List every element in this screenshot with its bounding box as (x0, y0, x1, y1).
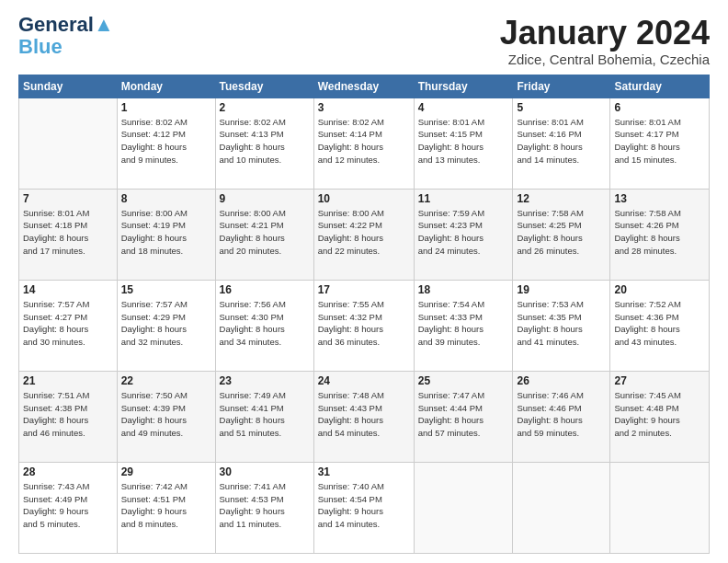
day-info: Sunrise: 7:51 AMSunset: 4:38 PMDaylight:… (23, 389, 113, 440)
day-cell-5-7 (610, 462, 710, 553)
day-info: Sunrise: 7:45 AMSunset: 4:48 PMDaylight:… (614, 389, 705, 440)
calendar-table: Sunday Monday Tuesday Wednesday Thursday… (18, 75, 710, 554)
logo-text: General▲ (18, 15, 114, 35)
header-tuesday: Tuesday (215, 75, 313, 98)
day-info: Sunrise: 7:48 AMSunset: 4:43 PMDaylight:… (318, 389, 410, 440)
day-cell-3-6: 19Sunrise: 7:53 AMSunset: 4:35 PMDayligh… (513, 280, 610, 371)
day-info: Sunrise: 7:43 AMSunset: 4:49 PMDaylight:… (23, 480, 113, 531)
month-title: January 2024 (500, 15, 710, 52)
day-cell-1-1 (19, 98, 118, 189)
day-number: 17 (318, 283, 410, 296)
day-cell-4-4: 24Sunrise: 7:48 AMSunset: 4:43 PMDayligh… (313, 371, 414, 462)
day-number: 8 (121, 192, 211, 205)
day-info: Sunrise: 7:57 AMSunset: 4:27 PMDaylight:… (23, 298, 113, 349)
day-info: Sunrise: 7:50 AMSunset: 4:39 PMDaylight:… (121, 389, 211, 440)
week-row-4: 21Sunrise: 7:51 AMSunset: 4:38 PMDayligh… (19, 371, 710, 462)
day-number: 23 (220, 374, 310, 387)
day-number: 28 (23, 465, 113, 478)
day-cell-4-6: 26Sunrise: 7:46 AMSunset: 4:46 PMDayligh… (513, 371, 610, 462)
day-number: 26 (517, 374, 606, 387)
day-cell-2-1: 7Sunrise: 8:01 AMSunset: 4:18 PMDaylight… (19, 189, 118, 280)
location: Zdice, Central Bohemia, Czechia (500, 52, 710, 67)
day-info: Sunrise: 8:02 AMSunset: 4:12 PMDaylight:… (121, 116, 211, 167)
day-number: 18 (418, 283, 509, 296)
day-cell-2-2: 8Sunrise: 8:00 AMSunset: 4:19 PMDaylight… (117, 189, 215, 280)
page-header: General▲ Blue January 2024 Zdice, Centra… (18, 15, 710, 67)
day-number: 12 (517, 192, 606, 205)
day-cell-1-3: 2Sunrise: 8:02 AMSunset: 4:13 PMDaylight… (215, 98, 313, 189)
day-cell-1-2: 1Sunrise: 8:02 AMSunset: 4:12 PMDaylight… (117, 98, 215, 189)
day-info: Sunrise: 7:46 AMSunset: 4:46 PMDaylight:… (517, 389, 606, 440)
day-cell-2-3: 9Sunrise: 8:00 AMSunset: 4:21 PMDaylight… (215, 189, 313, 280)
day-info: Sunrise: 8:00 AMSunset: 4:21 PMDaylight:… (220, 207, 310, 258)
day-number: 24 (318, 374, 410, 387)
day-info: Sunrise: 7:52 AMSunset: 4:36 PMDaylight:… (614, 298, 705, 349)
day-number: 20 (614, 283, 705, 296)
day-cell-1-5: 4Sunrise: 8:01 AMSunset: 4:15 PMDaylight… (414, 98, 513, 189)
day-number: 27 (614, 374, 705, 387)
header-thursday: Thursday (414, 75, 513, 98)
day-number: 13 (614, 192, 705, 205)
week-row-2: 7Sunrise: 8:01 AMSunset: 4:18 PMDaylight… (19, 189, 710, 280)
day-number: 21 (23, 374, 113, 387)
day-cell-5-1: 28Sunrise: 7:43 AMSunset: 4:49 PMDayligh… (19, 462, 118, 553)
day-cell-3-7: 20Sunrise: 7:52 AMSunset: 4:36 PMDayligh… (610, 280, 710, 371)
day-info: Sunrise: 7:58 AMSunset: 4:25 PMDaylight:… (517, 207, 606, 258)
logo-blue-text: Blue (18, 35, 63, 59)
weekday-header-row: Sunday Monday Tuesday Wednesday Thursday… (19, 75, 710, 98)
day-number: 9 (220, 192, 310, 205)
header-sunday: Sunday (19, 75, 118, 98)
day-cell-3-4: 17Sunrise: 7:55 AMSunset: 4:32 PMDayligh… (313, 280, 414, 371)
day-number: 22 (121, 374, 211, 387)
title-block: January 2024 Zdice, Central Bohemia, Cze… (500, 15, 710, 67)
day-cell-1-6: 5Sunrise: 8:01 AMSunset: 4:16 PMDaylight… (513, 98, 610, 189)
day-cell-3-3: 16Sunrise: 7:56 AMSunset: 4:30 PMDayligh… (215, 280, 313, 371)
day-number: 19 (517, 283, 606, 296)
day-number: 29 (121, 465, 211, 478)
day-info: Sunrise: 7:56 AMSunset: 4:30 PMDaylight:… (220, 298, 310, 349)
day-info: Sunrise: 7:58 AMSunset: 4:26 PMDaylight:… (614, 207, 705, 258)
day-number: 1 (121, 101, 211, 114)
day-info: Sunrise: 7:59 AMSunset: 4:23 PMDaylight:… (418, 207, 509, 258)
day-number: 30 (220, 465, 310, 478)
week-row-5: 28Sunrise: 7:43 AMSunset: 4:49 PMDayligh… (19, 462, 710, 553)
day-number: 3 (318, 101, 410, 114)
day-number: 7 (23, 192, 113, 205)
day-info: Sunrise: 7:57 AMSunset: 4:29 PMDaylight:… (121, 298, 211, 349)
day-cell-5-3: 30Sunrise: 7:41 AMSunset: 4:53 PMDayligh… (215, 462, 313, 553)
day-cell-5-5 (414, 462, 513, 553)
header-monday: Monday (117, 75, 215, 98)
day-number: 31 (318, 465, 410, 478)
day-cell-1-4: 3Sunrise: 8:02 AMSunset: 4:14 PMDaylight… (313, 98, 414, 189)
day-cell-4-3: 23Sunrise: 7:49 AMSunset: 4:41 PMDayligh… (215, 371, 313, 462)
header-wednesday: Wednesday (313, 75, 414, 98)
day-cell-2-4: 10Sunrise: 8:00 AMSunset: 4:22 PMDayligh… (313, 189, 414, 280)
day-info: Sunrise: 8:01 AMSunset: 4:15 PMDaylight:… (418, 116, 509, 167)
day-cell-4-1: 21Sunrise: 7:51 AMSunset: 4:38 PMDayligh… (19, 371, 118, 462)
day-cell-2-7: 13Sunrise: 7:58 AMSunset: 4:26 PMDayligh… (610, 189, 710, 280)
day-number: 10 (318, 192, 410, 205)
day-info: Sunrise: 7:54 AMSunset: 4:33 PMDaylight:… (418, 298, 509, 349)
day-info: Sunrise: 7:40 AMSunset: 4:54 PMDaylight:… (318, 480, 410, 531)
day-number: 6 (614, 101, 705, 114)
day-info: Sunrise: 8:00 AMSunset: 4:22 PMDaylight:… (318, 207, 410, 258)
logo: General▲ Blue (18, 15, 114, 59)
logo-text-blue: ▲ (94, 13, 114, 36)
day-number: 2 (220, 101, 310, 114)
header-saturday: Saturday (610, 75, 710, 98)
day-info: Sunrise: 8:01 AMSunset: 4:17 PMDaylight:… (614, 116, 705, 167)
day-number: 25 (418, 374, 509, 387)
day-cell-2-5: 11Sunrise: 7:59 AMSunset: 4:23 PMDayligh… (414, 189, 513, 280)
header-friday: Friday (513, 75, 610, 98)
day-cell-4-7: 27Sunrise: 7:45 AMSunset: 4:48 PMDayligh… (610, 371, 710, 462)
day-cell-3-2: 15Sunrise: 7:57 AMSunset: 4:29 PMDayligh… (117, 280, 215, 371)
day-number: 14 (23, 283, 113, 296)
day-number: 15 (121, 283, 211, 296)
day-info: Sunrise: 8:02 AMSunset: 4:14 PMDaylight:… (318, 116, 410, 167)
day-cell-2-6: 12Sunrise: 7:58 AMSunset: 4:25 PMDayligh… (513, 189, 610, 280)
day-cell-1-7: 6Sunrise: 8:01 AMSunset: 4:17 PMDaylight… (610, 98, 710, 189)
day-info: Sunrise: 7:55 AMSunset: 4:32 PMDaylight:… (318, 298, 410, 349)
day-info: Sunrise: 8:00 AMSunset: 4:19 PMDaylight:… (121, 207, 211, 258)
day-cell-3-5: 18Sunrise: 7:54 AMSunset: 4:33 PMDayligh… (414, 280, 513, 371)
day-number: 16 (220, 283, 310, 296)
